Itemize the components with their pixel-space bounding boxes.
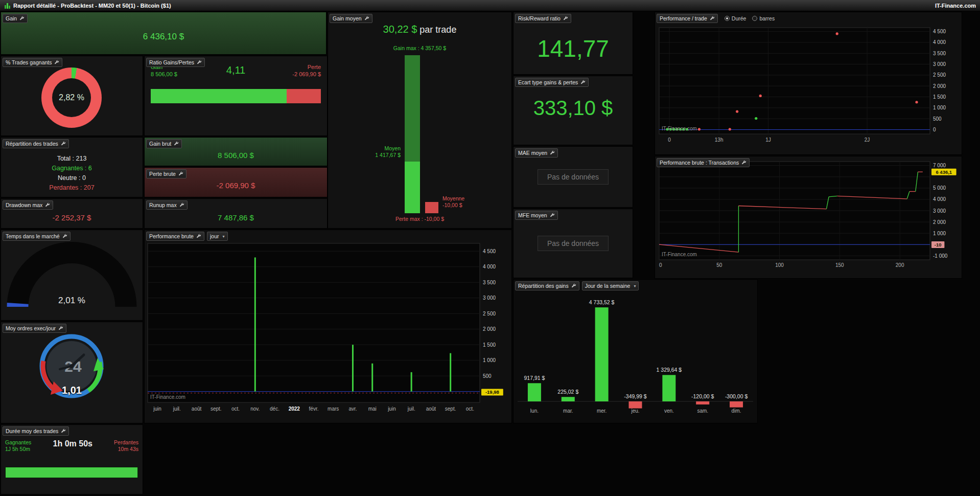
split-losers: Perdantes : 207 xyxy=(1,183,143,193)
time-gauge xyxy=(1,230,143,321)
wrench-icon xyxy=(174,141,179,146)
radio-barres-dot xyxy=(752,16,757,21)
svg-text:oct.: oct. xyxy=(231,406,240,412)
split-settings-chip[interactable]: Répartition des trades xyxy=(3,139,69,148)
performance-per-trade-chart: 05001 0001 5002 0002 5003 0003 5004 0004… xyxy=(655,12,962,154)
avg-loss-label: Moyenne xyxy=(442,195,464,202)
svg-text:2 500: 2 500 xyxy=(483,311,496,317)
gain-distribution-chart: 917,91 $lun.225,02 $mar.4 733,52 $mer.-3… xyxy=(514,280,757,423)
svg-text:sam.: sam. xyxy=(697,408,708,414)
svg-text:4 000: 4 000 xyxy=(933,39,946,45)
svg-text:1J: 1J xyxy=(765,137,771,143)
panel-performance-per-trade: Performance / trade Durée barres 05001 0… xyxy=(655,12,962,154)
svg-text:1 329,64 $: 1 329,64 $ xyxy=(657,367,682,373)
radio-barres-label: barres xyxy=(759,15,775,21)
svg-text:IT-Finance.com: IT-Finance.com xyxy=(150,394,185,400)
svg-text:3 000: 3 000 xyxy=(483,295,496,301)
svg-text:-1 000: -1 000 xyxy=(933,253,948,259)
radio-duree[interactable]: Durée xyxy=(725,15,746,21)
pertrade-settings-chip[interactable]: Performance / trade xyxy=(657,14,718,23)
panel-gross-gain: Gain brut 8 506,00 $ xyxy=(145,138,327,166)
grossloss-title: Perte brute xyxy=(149,171,176,177)
weekday-group-value: Jour de la semaine xyxy=(585,283,631,289)
weekday-settings-chip[interactable]: Répartition des gains xyxy=(515,281,579,290)
avg-gain-bar-lower xyxy=(405,162,420,213)
monthly-period-dropdown[interactable]: jour ▾ xyxy=(207,232,228,241)
svg-text:IT-Finance.com: IT-Finance.com xyxy=(662,126,697,131)
drawdown-settings-chip[interactable]: Drawdown max xyxy=(3,200,53,210)
wrench-icon xyxy=(45,202,50,208)
wrench-icon xyxy=(62,234,67,239)
duration-losers-label: Perdantes xyxy=(114,439,138,446)
svg-text:200: 200 xyxy=(896,262,904,268)
avg-gain-value: 30,22 $ xyxy=(383,24,417,35)
transactions-settings-chip[interactable]: Performance brute : Transactions xyxy=(657,158,750,167)
app-chart-icon xyxy=(4,3,10,9)
grossgain-title: Gain brut xyxy=(149,141,171,147)
svg-text:917,91 $: 917,91 $ xyxy=(524,375,545,381)
wrench-icon xyxy=(61,141,66,146)
svg-text:juil.: juil. xyxy=(173,406,181,412)
mae-settings-chip[interactable]: MAE moyen xyxy=(515,148,558,157)
panel-risk-reward: Risk/Reward ratio 141,77 xyxy=(514,12,633,74)
ratio-bar-gain-segment xyxy=(151,89,287,103)
radio-barres[interactable]: barres xyxy=(752,15,775,21)
drawdown-value: -2 252,37 $ xyxy=(1,213,143,222)
stddev-title: Ecart type gains & pertes xyxy=(518,79,578,85)
mfe-settings-chip[interactable]: MFE moyen xyxy=(515,211,558,220)
svg-text:oct.: oct. xyxy=(466,406,474,412)
time-settings-chip[interactable]: Temps dans le marché xyxy=(3,232,71,241)
mean-label: Moyen xyxy=(328,145,401,152)
trade-split-rows: Total : 213 Gagnantes : 6 Neutre : 0 Per… xyxy=(1,154,143,193)
gain-settings-chip[interactable]: Gain xyxy=(3,14,28,23)
radio-duree-label: Durée xyxy=(732,15,746,21)
svg-text:1 000: 1 000 xyxy=(933,105,946,110)
svg-text:1 500: 1 500 xyxy=(933,94,946,100)
avg-gain-bar xyxy=(405,55,420,213)
svg-text:100: 100 xyxy=(775,262,784,268)
duration-bar xyxy=(5,467,138,478)
ratio-settings-chip[interactable]: Ratio Gains/Pertes xyxy=(146,58,205,67)
mae-title: MAE moyen xyxy=(518,150,547,156)
time-title: Temps dans le marché xyxy=(6,233,60,239)
monthly-settings-chip[interactable]: Performance brute xyxy=(146,232,204,241)
gross-gain-value: 8 506,00 $ xyxy=(145,151,327,160)
monthly-period-value: jour xyxy=(210,233,219,239)
grossgain-settings-chip[interactable]: Gain brut xyxy=(146,139,182,148)
orders-settings-chip[interactable]: Moy ordres exec/jour xyxy=(3,324,66,333)
svg-text:avr.: avr. xyxy=(348,406,357,412)
duration-title: Durée moy des trades xyxy=(6,428,58,434)
svg-text:6 436,1: 6 436,1 xyxy=(936,169,952,175)
panel-gross-performance-transactions: Performance brute : Transactions 7 0005 … xyxy=(655,156,962,278)
orders-value: 1,01 xyxy=(1,385,143,396)
wrench-icon xyxy=(54,60,59,65)
wrench-icon xyxy=(197,60,202,65)
ratio-loss-value: -2 069,90 $ xyxy=(292,71,321,78)
svg-text:500: 500 xyxy=(933,116,942,122)
panel-avg-gain: Gain moyen 30,22 $ par trade Gain max : … xyxy=(328,12,511,228)
wrench-icon xyxy=(563,16,568,21)
ratio-loss-label: Perte xyxy=(292,63,321,71)
svg-text:jeu.: jeu. xyxy=(631,408,639,414)
wrench-icon xyxy=(179,202,184,208)
avggain-settings-chip[interactable]: Gain moyen xyxy=(330,14,372,23)
winrate-title: % Trades gagnants xyxy=(6,59,52,65)
svg-text:225,02 $: 225,02 $ xyxy=(557,389,578,395)
gain-title: Gain xyxy=(6,15,17,21)
avg-loss-value: -10,00 $ xyxy=(442,202,464,209)
weekday-group-dropdown[interactable]: Jour de la semaine ▾ xyxy=(582,281,639,290)
svg-text:500: 500 xyxy=(483,373,492,379)
runup-title: Runup max xyxy=(149,202,177,208)
svg-text:-10: -10 xyxy=(935,242,942,247)
stddev-settings-chip[interactable]: Ecart type gains & pertes xyxy=(515,78,589,87)
max-loss-bar xyxy=(425,202,438,213)
runup-settings-chip[interactable]: Runup max xyxy=(146,200,188,210)
winrate-settings-chip[interactable]: % Trades gagnants xyxy=(3,58,62,67)
riskreward-settings-chip[interactable]: Risk/Reward ratio xyxy=(515,14,571,23)
svg-text:ven.: ven. xyxy=(664,408,674,414)
svg-text:mar.: mar. xyxy=(563,408,573,414)
duration-winners: Gagnantes 1J 5h 50m xyxy=(5,439,31,453)
duration-settings-chip[interactable]: Durée moy des trades xyxy=(3,426,69,436)
risk-reward-value: 141,77 xyxy=(514,35,633,62)
grossloss-settings-chip[interactable]: Perte brute xyxy=(146,169,186,178)
